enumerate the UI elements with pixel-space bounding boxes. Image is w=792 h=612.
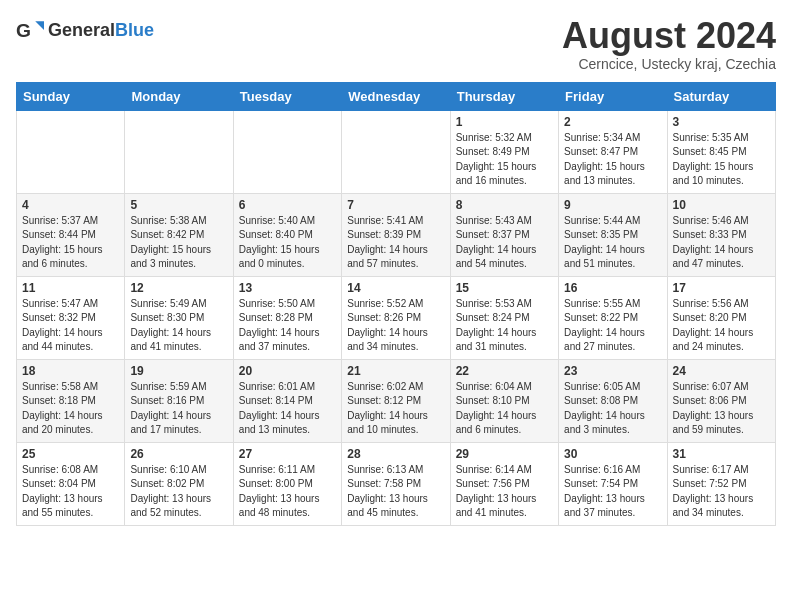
calendar-cell-w1-d2 [125,110,233,193]
day-info: Sunrise: 5:56 AMSunset: 8:20 PMDaylight:… [673,297,770,355]
calendar-cell-w3-d5: 15Sunrise: 5:53 AMSunset: 8:24 PMDayligh… [450,276,558,359]
day-info: Sunrise: 5:35 AMSunset: 8:45 PMDaylight:… [673,131,770,189]
day-number: 22 [456,364,553,378]
week-row-4: 18Sunrise: 5:58 AMSunset: 8:18 PMDayligh… [17,359,776,442]
calendar-cell-w4-d4: 21Sunrise: 6:02 AMSunset: 8:12 PMDayligh… [342,359,450,442]
day-info: Sunrise: 6:11 AMSunset: 8:00 PMDaylight:… [239,463,336,521]
calendar-cell-w2-d7: 10Sunrise: 5:46 AMSunset: 8:33 PMDayligh… [667,193,775,276]
calendar-table: Sunday Monday Tuesday Wednesday Thursday… [16,82,776,526]
day-info: Sunrise: 5:43 AMSunset: 8:37 PMDaylight:… [456,214,553,272]
day-number: 4 [22,198,119,212]
day-info: Sunrise: 5:53 AMSunset: 8:24 PMDaylight:… [456,297,553,355]
week-row-5: 25Sunrise: 6:08 AMSunset: 8:04 PMDayligh… [17,442,776,525]
day-info: Sunrise: 6:02 AMSunset: 8:12 PMDaylight:… [347,380,444,438]
calendar-cell-w3-d4: 14Sunrise: 5:52 AMSunset: 8:26 PMDayligh… [342,276,450,359]
calendar-cell-w3-d2: 12Sunrise: 5:49 AMSunset: 8:30 PMDayligh… [125,276,233,359]
day-info: Sunrise: 6:07 AMSunset: 8:06 PMDaylight:… [673,380,770,438]
day-info: Sunrise: 6:04 AMSunset: 8:10 PMDaylight:… [456,380,553,438]
day-info: Sunrise: 5:34 AMSunset: 8:47 PMDaylight:… [564,131,661,189]
calendar-cell-w5-d6: 30Sunrise: 6:16 AMSunset: 7:54 PMDayligh… [559,442,667,525]
header-friday: Friday [559,82,667,110]
calendar-cell-w1-d1 [17,110,125,193]
calendar-cell-w3-d7: 17Sunrise: 5:56 AMSunset: 8:20 PMDayligh… [667,276,775,359]
logo-general: General [48,20,115,40]
day-number: 20 [239,364,336,378]
day-number: 28 [347,447,444,461]
calendar-cell-w4-d7: 24Sunrise: 6:07 AMSunset: 8:06 PMDayligh… [667,359,775,442]
logo-blue: Blue [115,20,154,40]
day-number: 1 [456,115,553,129]
header-thursday: Thursday [450,82,558,110]
day-info: Sunrise: 6:14 AMSunset: 7:56 PMDaylight:… [456,463,553,521]
day-number: 12 [130,281,227,295]
calendar-cell-w2-d4: 7Sunrise: 5:41 AMSunset: 8:39 PMDaylight… [342,193,450,276]
day-info: Sunrise: 5:47 AMSunset: 8:32 PMDaylight:… [22,297,119,355]
calendar-cell-w5-d1: 25Sunrise: 6:08 AMSunset: 8:04 PMDayligh… [17,442,125,525]
calendar-cell-w5-d5: 29Sunrise: 6:14 AMSunset: 7:56 PMDayligh… [450,442,558,525]
day-info: Sunrise: 6:16 AMSunset: 7:54 PMDaylight:… [564,463,661,521]
day-number: 21 [347,364,444,378]
logo: G GeneralBlue [16,16,154,44]
calendar-cell-w4-d6: 23Sunrise: 6:05 AMSunset: 8:08 PMDayligh… [559,359,667,442]
day-number: 29 [456,447,553,461]
calendar-cell-w3-d1: 11Sunrise: 5:47 AMSunset: 8:32 PMDayligh… [17,276,125,359]
calendar-cell-w5-d2: 26Sunrise: 6:10 AMSunset: 8:02 PMDayligh… [125,442,233,525]
day-info: Sunrise: 6:10 AMSunset: 8:02 PMDaylight:… [130,463,227,521]
day-number: 7 [347,198,444,212]
day-number: 16 [564,281,661,295]
header-saturday: Saturday [667,82,775,110]
day-number: 31 [673,447,770,461]
calendar-cell-w5-d4: 28Sunrise: 6:13 AMSunset: 7:58 PMDayligh… [342,442,450,525]
day-info: Sunrise: 6:17 AMSunset: 7:52 PMDaylight:… [673,463,770,521]
day-info: Sunrise: 5:49 AMSunset: 8:30 PMDaylight:… [130,297,227,355]
svg-marker-1 [35,21,44,30]
day-number: 8 [456,198,553,212]
day-info: Sunrise: 6:05 AMSunset: 8:08 PMDaylight:… [564,380,661,438]
title-block: August 2024 Cerncice, Ustecky kraj, Czec… [562,16,776,72]
day-number: 13 [239,281,336,295]
calendar-cell-w5-d3: 27Sunrise: 6:11 AMSunset: 8:00 PMDayligh… [233,442,341,525]
day-number: 19 [130,364,227,378]
calendar-cell-w5-d7: 31Sunrise: 6:17 AMSunset: 7:52 PMDayligh… [667,442,775,525]
calendar-cell-w3-d6: 16Sunrise: 5:55 AMSunset: 8:22 PMDayligh… [559,276,667,359]
day-number: 18 [22,364,119,378]
week-row-3: 11Sunrise: 5:47 AMSunset: 8:32 PMDayligh… [17,276,776,359]
day-info: Sunrise: 6:01 AMSunset: 8:14 PMDaylight:… [239,380,336,438]
day-number: 10 [673,198,770,212]
calendar-cell-w1-d7: 3Sunrise: 5:35 AMSunset: 8:45 PMDaylight… [667,110,775,193]
day-number: 14 [347,281,444,295]
weekday-header-row: Sunday Monday Tuesday Wednesday Thursday… [17,82,776,110]
month-title: August 2024 [562,16,776,56]
day-number: 2 [564,115,661,129]
day-number: 17 [673,281,770,295]
svg-text:G: G [16,20,31,41]
calendar-cell-w2-d2: 5Sunrise: 5:38 AMSunset: 8:42 PMDaylight… [125,193,233,276]
day-number: 6 [239,198,336,212]
day-number: 26 [130,447,227,461]
day-info: Sunrise: 5:52 AMSunset: 8:26 PMDaylight:… [347,297,444,355]
week-row-2: 4Sunrise: 5:37 AMSunset: 8:44 PMDaylight… [17,193,776,276]
day-number: 5 [130,198,227,212]
day-number: 11 [22,281,119,295]
calendar-cell-w2-d3: 6Sunrise: 5:40 AMSunset: 8:40 PMDaylight… [233,193,341,276]
day-info: Sunrise: 6:13 AMSunset: 7:58 PMDaylight:… [347,463,444,521]
calendar-cell-w4-d5: 22Sunrise: 6:04 AMSunset: 8:10 PMDayligh… [450,359,558,442]
day-number: 23 [564,364,661,378]
header: G GeneralBlue August 2024 Cerncice, Uste… [16,16,776,72]
header-sunday: Sunday [17,82,125,110]
day-info: Sunrise: 5:50 AMSunset: 8:28 PMDaylight:… [239,297,336,355]
day-number: 15 [456,281,553,295]
location-subtitle: Cerncice, Ustecky kraj, Czechia [562,56,776,72]
day-number: 30 [564,447,661,461]
day-number: 24 [673,364,770,378]
header-tuesday: Tuesday [233,82,341,110]
header-wednesday: Wednesday [342,82,450,110]
logo-icon: G [16,16,44,44]
day-info: Sunrise: 5:44 AMSunset: 8:35 PMDaylight:… [564,214,661,272]
header-monday: Monday [125,82,233,110]
day-info: Sunrise: 5:37 AMSunset: 8:44 PMDaylight:… [22,214,119,272]
day-info: Sunrise: 5:59 AMSunset: 8:16 PMDaylight:… [130,380,227,438]
calendar-cell-w2-d1: 4Sunrise: 5:37 AMSunset: 8:44 PMDaylight… [17,193,125,276]
calendar-cell-w2-d6: 9Sunrise: 5:44 AMSunset: 8:35 PMDaylight… [559,193,667,276]
day-info: Sunrise: 5:32 AMSunset: 8:49 PMDaylight:… [456,131,553,189]
